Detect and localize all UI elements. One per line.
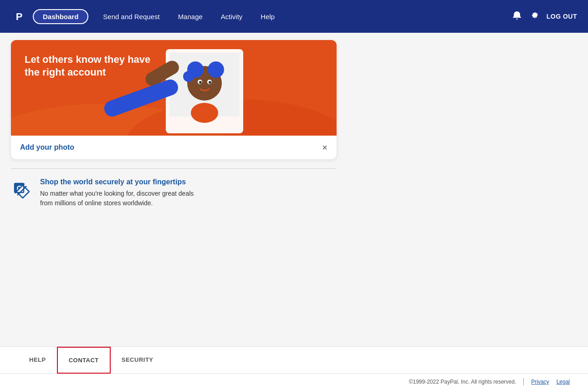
settings-icon[interactable] bbox=[529, 10, 539, 23]
shop-text-area: Shop the world securely at your fingerti… bbox=[40, 178, 194, 208]
logout-button[interactable]: LOG OUT bbox=[547, 13, 577, 20]
paypal-logo[interactable]: P bbox=[11, 8, 27, 25]
footer-tab-contact[interactable]: CONTACT bbox=[57, 347, 111, 374]
svg-text:the right account: the right account bbox=[25, 66, 106, 78]
privacy-link[interactable]: Privacy bbox=[531, 379, 549, 385]
promo-image-area: Let others know they have the right acco… bbox=[11, 40, 337, 136]
promo-card: Let others know they have the right acco… bbox=[11, 40, 337, 159]
send-request-nav-link[interactable]: Send and Request bbox=[96, 10, 167, 23]
promo-footer: Add your photo × bbox=[11, 136, 337, 159]
footer-divider bbox=[523, 378, 524, 385]
help-nav-link[interactable]: Help bbox=[253, 10, 282, 23]
shop-description: No matter what you're looking for, disco… bbox=[40, 189, 194, 208]
svg-text:Let others know they have: Let others know they have bbox=[25, 54, 150, 65]
svg-point-13 bbox=[183, 71, 194, 82]
svg-point-18 bbox=[191, 103, 218, 123]
dashboard-nav-button[interactable]: Dashboard bbox=[33, 9, 88, 24]
svg-point-17 bbox=[209, 81, 211, 84]
footer-bottom-bar: ©1999-2022 PayPal, Inc. All rights reser… bbox=[0, 374, 588, 390]
shop-title: Shop the world securely at your fingerti… bbox=[40, 178, 194, 186]
copyright-text: ©1999-2022 PayPal, Inc. All rights reser… bbox=[409, 379, 516, 385]
content-divider bbox=[11, 168, 337, 169]
footer-tabs: HELP CONTACT SECURITY bbox=[0, 347, 588, 374]
svg-point-12 bbox=[208, 61, 224, 78]
shop-section: Shop the world securely at your fingerti… bbox=[0, 178, 588, 208]
footer-tab-help[interactable]: HELP bbox=[18, 347, 57, 373]
manage-nav-link[interactable]: Manage bbox=[171, 10, 210, 23]
page-footer: HELP CONTACT SECURITY ©1999-2022 PayPal,… bbox=[0, 346, 588, 390]
svg-point-16 bbox=[199, 81, 202, 84]
activity-nav-link[interactable]: Activity bbox=[214, 10, 250, 23]
close-promo-button[interactable]: × bbox=[322, 143, 327, 152]
footer-tab-security[interactable]: SECURITY bbox=[111, 347, 164, 373]
nav-right-section: LOG OUT bbox=[512, 10, 577, 23]
svg-point-22 bbox=[18, 187, 20, 189]
svg-text:P: P bbox=[16, 11, 23, 22]
notifications-icon[interactable] bbox=[512, 10, 522, 23]
navigation-bar: P Dashboard Send and Request Manage Acti… bbox=[0, 0, 588, 33]
add-photo-link[interactable]: Add your photo bbox=[20, 143, 74, 152]
main-content: Let others know they have the right acco… bbox=[0, 33, 588, 356]
shop-icon bbox=[11, 180, 33, 202]
legal-link[interactable]: Legal bbox=[557, 379, 570, 385]
